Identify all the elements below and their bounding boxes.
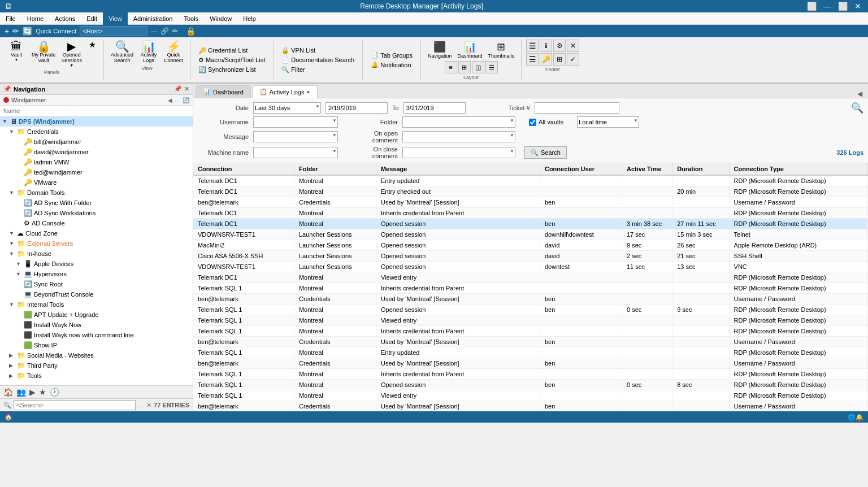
navigation-btn[interactable]: ⬛ Navigation (426, 40, 454, 60)
table-row[interactable]: Telemark SQL 1MontrealInherits credentia… (193, 369, 868, 380)
all-vaults-checkbox[interactable] (529, 119, 536, 126)
notification-btn[interactable]: 🔔 Notification (367, 60, 416, 69)
tree-item[interactable]: ⬛Install Wayk Now (0, 320, 193, 330)
tree-expander[interactable]: ▶ (9, 363, 16, 368)
footer-icon-4[interactable]: ✕ (567, 40, 579, 52)
search-button[interactable]: 🔍 Search (524, 146, 567, 159)
search-clear-btn[interactable]: ✕ (146, 402, 151, 409)
status-globe-icon[interactable]: 🌐 (848, 414, 856, 421)
col-header-connection-type[interactable]: Connection Type (729, 163, 867, 175)
tree-expander[interactable]: ▼ (9, 190, 16, 195)
tree-item[interactable]: ▶📁Tools (0, 371, 193, 381)
table-row[interactable]: Telemark DC1MontrealEntry checked out20 … (193, 186, 868, 197)
layout-icon-2[interactable]: ⊞ (458, 61, 471, 73)
tree-item[interactable]: 🔄AD Sync With Folder (0, 198, 193, 208)
window-maximize-btn[interactable]: ⬜ (836, 2, 850, 11)
quick-connect-edit-icon[interactable]: ✏ (12, 27, 19, 36)
tab-activity-logs[interactable]: 📋 Activity Logs ● (252, 85, 318, 98)
footer-icon-2[interactable]: ℹ (540, 40, 552, 52)
menu-home[interactable]: Home (21, 12, 49, 25)
tree-item[interactable]: 🔑VMware (0, 177, 193, 188)
connection-more-btn[interactable]: … (175, 97, 180, 103)
on-close-comment-select[interactable] (402, 147, 515, 158)
tree-item[interactable]: 🔄AD Sync Workstations (0, 208, 193, 218)
date-select[interactable]: Last 30 days (253, 102, 321, 114)
vpn-list-btn[interactable]: 🔒 VPN List (278, 46, 358, 55)
message-select[interactable] (253, 131, 338, 142)
tree-item[interactable]: ▼📁In-house (0, 249, 193, 259)
menu-edit[interactable]: Edit (81, 12, 103, 25)
tree-item[interactable]: ▼📱Apple Devices (0, 259, 193, 269)
table-row[interactable]: ben@telemarkCredentialsUsed by 'Montreal… (193, 294, 868, 305)
tree-item[interactable]: 💻BeyondTrust Console (0, 289, 193, 299)
col-header-connection[interactable]: Connection (193, 163, 294, 175)
layout-icon-1[interactable]: ≡ (445, 61, 457, 73)
my-private-vault-btn[interactable]: 🔒 My PrivateVault (29, 40, 58, 68)
panel-collapse-btn[interactable]: ◀ (854, 90, 866, 98)
table-row[interactable]: ben@telemarkCredentialsUsed by 'Montreal… (193, 401, 868, 412)
quick-connect-btn[interactable]: ⚡ QuickConnect (162, 40, 185, 64)
nav-history-btn[interactable]: 🕐 (50, 388, 59, 397)
col-header-duration[interactable]: Duration (672, 163, 729, 175)
footer-icon-6[interactable]: 🔑 (540, 53, 552, 66)
nav-home-btn[interactable]: 🏠 (3, 388, 13, 397)
tree-item[interactable]: 🔑ladmin VMW (0, 157, 193, 167)
tree-item[interactable]: ▶📁Social Media - Websites (0, 350, 193, 360)
advanced-search-btn[interactable]: 🔍 AdvancedSearch (108, 40, 136, 64)
footer-icon-1[interactable]: ☰ (526, 40, 539, 52)
tree-item[interactable]: ▼🖥DPS (Windjammer) (0, 116, 193, 127)
window-restore-btn[interactable]: ⬜ (805, 2, 819, 11)
table-row[interactable]: ben@telemarkCredentialsUsed by 'Montreal… (193, 197, 868, 208)
connection-refresh-btn[interactable]: 🔄 (183, 97, 189, 103)
table-row[interactable]: Telemark SQL 1MontrealInherits credentia… (193, 326, 868, 337)
nav-panel-pin-btn[interactable]: 📌 (174, 85, 182, 93)
tree-expander[interactable]: ▼ (9, 241, 16, 246)
quick-connect-plus-icon[interactable]: + (5, 27, 9, 36)
machine-name-select[interactable] (253, 147, 338, 158)
tree-item[interactable]: ⬛Install Wayk now with command line (0, 330, 193, 340)
quick-connect-refresh-icon[interactable]: 🔄 (23, 27, 32, 36)
table-row[interactable]: Telemark SQL 1MontrealViewed entryRDP (M… (193, 390, 868, 401)
tree-item[interactable]: ⚙AD Console (0, 218, 193, 228)
table-row[interactable]: Telemark SQL 1MontrealOpened sessionben0… (193, 305, 868, 315)
tree-expander[interactable]: ▼ (9, 129, 16, 134)
table-row[interactable]: Telemark DC1MontrealOpened sessionben3 m… (193, 219, 868, 229)
menu-tools[interactable]: Tools (178, 12, 204, 25)
tree-item[interactable]: ▶📁Third Party (0, 360, 193, 371)
thumbnails-btn[interactable]: ⊞ Thumbnails (486, 40, 517, 60)
data-table-container[interactable]: Connection Folder Message Connection Use… (193, 163, 868, 411)
tree-expander[interactable]: ▶ (9, 373, 16, 379)
status-home-icon[interactable]: 🏠 (5, 414, 12, 421)
tab-groups-btn[interactable]: 📑 Tab Groups (367, 50, 416, 60)
quick-connect-options-btn[interactable]: ✏ (172, 27, 178, 35)
footer-icon-7[interactable]: ⊞ (553, 53, 566, 66)
tree-expander[interactable]: ▼ (16, 271, 23, 277)
ticket-input[interactable] (535, 102, 619, 114)
activity-logs-btn[interactable]: 📊 ActivityLogs (137, 40, 160, 64)
table-row[interactable]: Cisco ASA 5506-X SSHLauncher SessionsOpe… (193, 251, 868, 262)
col-header-folder[interactable]: Folder (294, 163, 376, 175)
date-to-input[interactable] (403, 102, 466, 114)
tree-expander[interactable]: ▼ (2, 119, 9, 124)
table-row[interactable]: Telemark DC1MontrealInherits credential … (193, 208, 868, 219)
tree-item[interactable]: ▼💻Hypervisors (0, 269, 193, 279)
menu-actions[interactable]: Actions (49, 12, 81, 25)
menu-window[interactable]: Window (204, 12, 237, 25)
tree-expander[interactable]: ▼ (9, 231, 16, 236)
nav-users-btn[interactable]: 👥 (16, 388, 26, 397)
tab-dashboard[interactable]: 📊 Dashboard (196, 85, 251, 98)
menu-view[interactable]: View (103, 12, 128, 25)
window-minimize-btn[interactable]: — (821, 2, 834, 11)
on-open-comment-select[interactable] (402, 131, 515, 142)
search-filter-btn[interactable]: … (138, 402, 144, 408)
menu-file[interactable]: File (0, 12, 21, 25)
table-row[interactable]: ben@telemarkCredentialsUsed by 'Montreal… (193, 337, 868, 347)
documentation-search-btn[interactable]: 📄 Documentation Search (278, 55, 358, 65)
tree-item[interactable]: 🔑ted@windjammer (0, 167, 193, 177)
dashboard-btn[interactable]: 📊 Dashboard (455, 40, 485, 60)
connection-prev-btn[interactable]: ◀ (168, 97, 172, 103)
credential-list-btn[interactable]: 🔑 Credential List (195, 46, 268, 55)
layout-icon-3[interactable]: ◫ (472, 61, 484, 73)
username-select[interactable] (253, 116, 338, 128)
tree-item[interactable]: 🟩APT Update + Upgrade (0, 310, 193, 320)
